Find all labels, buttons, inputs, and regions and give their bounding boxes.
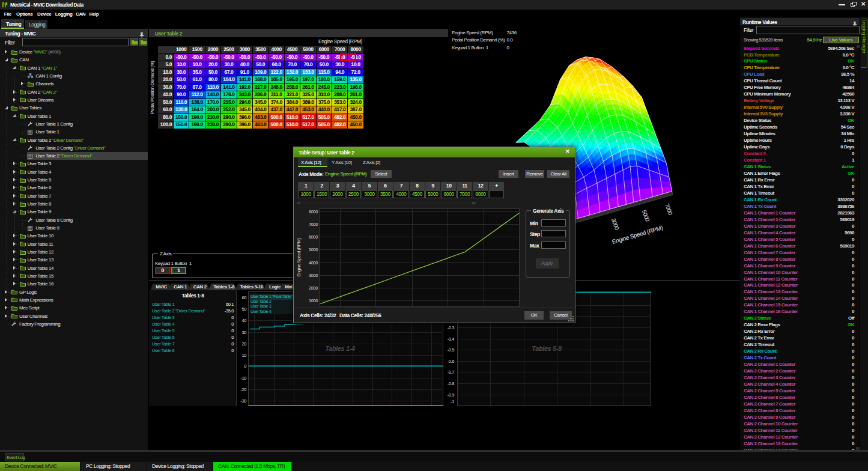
svg-text:5000: 5000 bbox=[641, 209, 651, 222]
svg-text:3000: 3000 bbox=[610, 217, 621, 231]
svg-text:7000: 7000 bbox=[664, 202, 674, 216]
